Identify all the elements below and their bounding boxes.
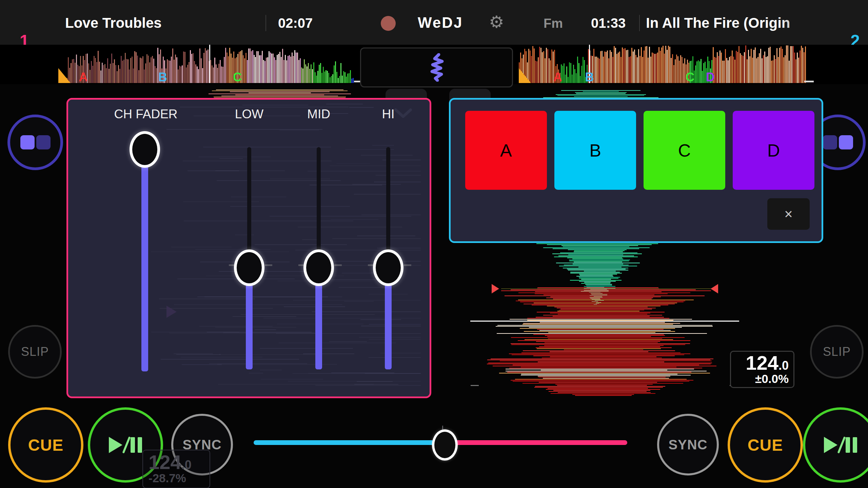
wave-bar <box>221 66 222 83</box>
wave-bar <box>96 62 97 83</box>
ch-fader-knob[interactable] <box>130 131 160 168</box>
hotcue-pad-d[interactable]: D <box>733 111 814 190</box>
chevron-down-icon[interactable] <box>394 108 412 118</box>
deco-line <box>543 315 662 316</box>
deco-line <box>535 293 668 294</box>
wave-bar <box>572 75 573 83</box>
close-pads-button[interactable]: × <box>767 198 810 230</box>
deco-line <box>527 318 669 319</box>
wave-bar <box>793 46 794 83</box>
wave-bar <box>649 47 650 83</box>
pad-mode-inactive-icon <box>823 135 837 149</box>
deco-line <box>188 170 239 171</box>
deck2-cue-button[interactable]: CUE <box>728 407 803 483</box>
wave-bar <box>328 73 329 83</box>
wave-bar <box>220 60 221 83</box>
wave-bar <box>795 59 796 83</box>
deco-line <box>513 381 689 382</box>
wave-bar <box>625 48 626 83</box>
wave-bar <box>699 61 700 83</box>
wave-bar <box>302 68 303 83</box>
deco-line <box>584 271 616 271</box>
deco-line <box>326 104 363 104</box>
wave-bar <box>316 76 317 83</box>
deco-line <box>497 325 712 326</box>
wave-bar <box>680 55 681 83</box>
wave-bar <box>208 49 209 83</box>
deco-line <box>216 89 343 90</box>
deco-line <box>573 264 623 264</box>
deco-line <box>511 380 693 381</box>
wave-bar <box>562 66 563 83</box>
cue-marker-d: D <box>706 70 715 84</box>
wave-bar <box>278 54 279 83</box>
record-icon[interactable] <box>381 16 396 31</box>
wave-bar <box>149 62 150 83</box>
crossfader-track-left[interactable] <box>254 440 442 445</box>
crossfader-track-right[interactable] <box>442 440 627 445</box>
hotcue-pad-a[interactable]: A <box>465 111 547 190</box>
wave-bar <box>146 54 147 83</box>
wave-bar <box>258 51 259 83</box>
wave-bar <box>730 56 731 83</box>
hi-eq-knob[interactable] <box>373 249 403 286</box>
low-eq-knob[interactable] <box>234 249 264 286</box>
wave-bar <box>753 50 754 83</box>
wave-bar <box>285 55 286 83</box>
wave-bar <box>277 55 278 83</box>
deco-line <box>557 385 647 386</box>
deco-line <box>166 129 322 130</box>
wave-bar <box>323 67 324 83</box>
deco-line <box>538 362 664 362</box>
deck2-slip-button[interactable]: SLIP <box>810 325 864 379</box>
title-fade-overlay <box>780 14 831 33</box>
deck2-sync-button[interactable]: SYNC <box>657 414 719 475</box>
wave-bar <box>111 54 112 83</box>
wave-bar <box>747 59 748 83</box>
wave-bar <box>782 49 783 83</box>
app-logo: WeDJ <box>418 14 463 31</box>
deck1-waveform[interactable]: ABC <box>58 45 362 83</box>
wave-bar <box>755 47 756 83</box>
deco-line <box>546 298 653 298</box>
deco-line <box>532 305 668 305</box>
deck2-time[interactable]: 01:33 <box>591 16 626 31</box>
deck1-cue-button[interactable]: CUE <box>8 407 83 483</box>
deco-line <box>241 314 375 315</box>
deco-line <box>496 326 713 327</box>
wave-bar <box>615 48 616 83</box>
fx-selector-box[interactable] <box>360 47 513 87</box>
wave-bar <box>570 63 571 83</box>
crossfader-knob[interactable] <box>432 429 458 461</box>
deck2-play-pause-button[interactable] <box>803 407 868 483</box>
deco-line <box>183 161 332 161</box>
deco-line <box>538 376 670 377</box>
deck2-waveform[interactable]: ABCD <box>519 45 827 83</box>
hotcue-pad-b[interactable]: B <box>554 111 636 190</box>
deco-line <box>513 365 699 365</box>
deco-line <box>263 318 421 319</box>
deck1-slip-button[interactable]: SLIP <box>8 325 62 379</box>
deco-line <box>369 357 421 358</box>
deco-line <box>500 361 712 361</box>
wave-bar <box>783 57 784 83</box>
mid-eq-knob[interactable] <box>303 249 334 286</box>
wave-bar <box>134 51 135 83</box>
deck1-time[interactable]: 02:07 <box>278 16 313 31</box>
wave-bar <box>664 54 665 83</box>
gear-icon[interactable]: ⚙ <box>489 14 504 30</box>
deco-line <box>523 350 675 351</box>
wave-bar <box>194 61 195 83</box>
deck1-pad-mode-button[interactable] <box>7 115 63 170</box>
wave-bar <box>644 50 645 83</box>
wave-bar <box>138 70 139 83</box>
deco-line <box>544 294 654 295</box>
wave-bar <box>719 50 721 83</box>
wave-bar <box>672 54 673 83</box>
wedj-app: 1 Love Troubles 02:07 WeDJ ⚙ Fm 01:33 In… <box>0 0 868 488</box>
wave-bar <box>118 65 119 83</box>
deck1-track-title[interactable]: Love Troubles <box>65 15 162 31</box>
hotcue-pad-c[interactable]: C <box>644 111 725 190</box>
wave-bar <box>629 57 630 83</box>
wave-bar <box>528 49 529 83</box>
